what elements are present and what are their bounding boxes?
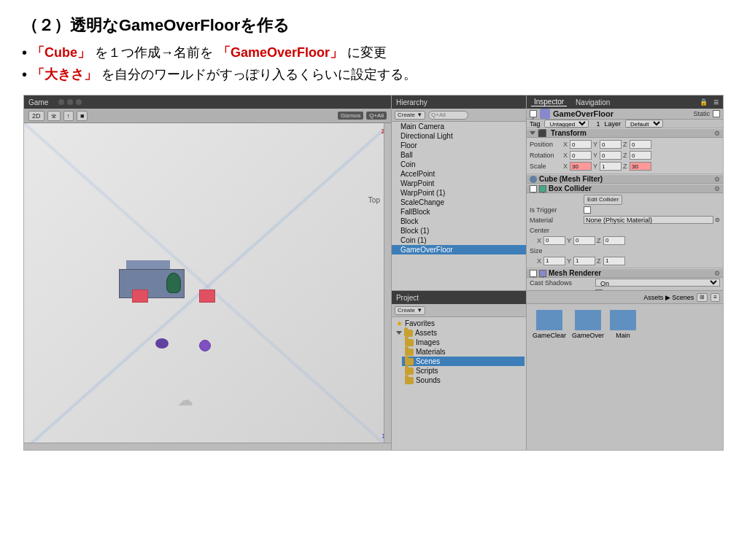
size-xyz-row: X Y Z — [530, 256, 720, 265]
hierarchy-item-coin1[interactable]: Coin (1) — [392, 236, 526, 245]
dot-menu[interactable]: ≡ — [713, 97, 719, 107]
game-title-text: Game — [28, 98, 48, 106]
hierarchy-item-block1[interactable]: Block (1) — [392, 226, 526, 236]
rot-x-input[interactable] — [570, 151, 592, 160]
center-z-input[interactable] — [603, 236, 625, 245]
stats-btn[interactable]: ↑ — [63, 111, 74, 121]
favorites-item[interactable]: ★ Favorites — [393, 319, 525, 328]
hierarchy-item-warppoint1[interactable]: WarpPoint (1) — [392, 188, 526, 198]
is-trigger-label: Is Trigger — [530, 206, 582, 214]
display-btn[interactable]: Q+All — [366, 112, 387, 120]
scale-x-input[interactable] — [570, 162, 592, 171]
pos-x-input[interactable] — [570, 140, 592, 149]
cast-shadows-select[interactable]: On — [595, 279, 720, 287]
hierarchy-item-accelpoint[interactable]: AccelPoint — [392, 169, 526, 179]
pink-block-right — [199, 289, 215, 303]
rot-z-input[interactable] — [630, 151, 651, 160]
hierarchy-item-floor[interactable]: Floor — [392, 141, 526, 150]
gameclear-label: GameClear — [533, 332, 566, 339]
size-x-input[interactable] — [543, 257, 565, 265]
edit-collider-btn[interactable]: Edit Collider — [584, 195, 622, 205]
mesh-renderer-checkbox[interactable] — [530, 270, 537, 277]
vertical-scrollbar[interactable] — [384, 123, 391, 443]
bullet-2: 「大きさ」 を自分のワールドがすっぽり入るくらいに設定する。 — [22, 66, 725, 83]
center-y-field: Y — [567, 236, 595, 245]
scale-y-label: Y — [593, 163, 599, 170]
hierarchy-item-coin[interactable]: Coin — [392, 160, 526, 169]
hierarchy-item-block[interactable]: Block — [392, 217, 526, 226]
cast-shadows-row: Cast Shadows On — [527, 278, 723, 287]
assets-root-item[interactable]: Assets — [393, 328, 525, 338]
active-checkbox[interactable] — [530, 110, 537, 117]
gameover-icon — [575, 310, 601, 330]
scene-gameover[interactable]: GameOver — [572, 310, 604, 339]
size-z-label: Z — [597, 257, 603, 265]
scenes-item[interactable]: Scenes — [402, 357, 525, 366]
lock-icon[interactable]: 🔒 — [700, 98, 708, 106]
overlay-btn[interactable]: ■ — [77, 111, 88, 121]
hierarchy-item-warppoint[interactable]: WarpPoint — [392, 179, 526, 188]
pos-z-input[interactable] — [630, 140, 651, 149]
scenes-panel: Assets ▶ Scenes ⊞ ≡ GameClear GameOver — [527, 291, 723, 450]
size-y-input[interactable] — [573, 257, 595, 265]
mesh-renderer-gear[interactable]: ⚙ — [714, 270, 720, 277]
scripts-item[interactable]: Scripts — [402, 366, 525, 376]
hierarchy-item-gameoverfloor[interactable]: GameOverFloor — [392, 245, 526, 254]
navigation-tab[interactable]: Navigation — [573, 98, 613, 106]
purple-blob — [155, 338, 169, 349]
scene-main[interactable]: Main — [610, 310, 636, 339]
tag-dropdown[interactable]: Untagged — [544, 120, 589, 128]
scenes-list-btn[interactable]: ≡ — [711, 293, 720, 302]
receive-shadows-check[interactable] — [595, 289, 603, 291]
static-checkbox[interactable] — [713, 110, 720, 117]
box-collider-checkbox[interactable] — [530, 185, 537, 192]
materials-item[interactable]: Materials — [402, 347, 525, 357]
hierarchy-item-fallblock[interactable]: FallBlock — [392, 207, 526, 217]
mesh-renderer-vis[interactable] — [539, 270, 546, 277]
scenes-label: Scenes — [416, 357, 440, 365]
2d-btn[interactable]: 2D — [28, 111, 44, 121]
is-trigger-checkbox[interactable] — [584, 206, 591, 214]
project-title: Project — [396, 294, 419, 302]
transform-content: Position X Y — [527, 138, 723, 174]
material-picker[interactable]: ⊙ — [715, 217, 720, 223]
center-y-input[interactable] — [573, 236, 595, 245]
hierarchy-item-dir-light[interactable]: Directional Light — [392, 131, 526, 141]
scenes-icon — [405, 358, 414, 365]
project-create-btn[interactable]: Create ▼ — [395, 306, 425, 315]
scale-z-input[interactable] — [630, 162, 651, 171]
audio-btn[interactable]: ※ — [47, 111, 61, 121]
box-collider-gear[interactable]: ⚙ — [714, 185, 720, 192]
center-x-input[interactable] — [543, 236, 565, 245]
rot-y-input[interactable] — [600, 151, 622, 160]
box-collider-header[interactable]: Box Collider ⚙ — [527, 184, 723, 193]
pos-x-field: X — [563, 140, 592, 149]
scale-y-input[interactable] — [600, 162, 622, 171]
rotation-xyz: X Y Z — [563, 151, 720, 160]
object-name: GameOverFloor — [553, 109, 691, 118]
size-x-label: X — [537, 257, 543, 265]
pos-z-label: Z — [623, 141, 629, 148]
mesh-filter-header[interactable]: Cube (Mesh Filter) ⚙ — [527, 174, 723, 184]
hierarchy-item-ball[interactable]: Ball — [392, 150, 526, 160]
pos-y-input[interactable] — [600, 140, 622, 149]
mesh-filter-gear[interactable]: ⚙ — [714, 176, 720, 183]
size-z-input[interactable] — [603, 257, 625, 265]
transform-header[interactable]: ⬛ Transform ⚙ — [527, 128, 723, 138]
inspector-scroll: GameOverFloor Static Tag Untagged 1 Laye… — [527, 109, 723, 290]
scene-gameclear[interactable]: GameClear — [533, 310, 566, 339]
box-collider-vis[interactable] — [539, 185, 546, 192]
layer-dropdown[interactable]: Default — [625, 120, 663, 128]
mesh-renderer-header[interactable]: Mesh Renderer ⚙ — [527, 268, 723, 278]
transform-gear[interactable]: ⚙ — [714, 130, 720, 137]
hierarchy-search[interactable] — [428, 111, 468, 120]
hierarchy-item-scalechange[interactable]: ScaleChange — [392, 198, 526, 207]
hierarchy-create-btn[interactable]: Create ▼ — [395, 111, 425, 120]
inspector-tab[interactable]: Inspector — [531, 98, 567, 106]
hierarchy-item-main-camera[interactable]: Main Camera — [392, 122, 526, 131]
gizmos-btn[interactable]: Gizmos — [338, 112, 363, 120]
images-item[interactable]: Images — [402, 338, 525, 347]
horizontal-scrollbar[interactable] — [24, 443, 391, 450]
sounds-item[interactable]: Sounds — [402, 376, 525, 385]
scenes-icons-btn[interactable]: ⊞ — [697, 293, 708, 302]
